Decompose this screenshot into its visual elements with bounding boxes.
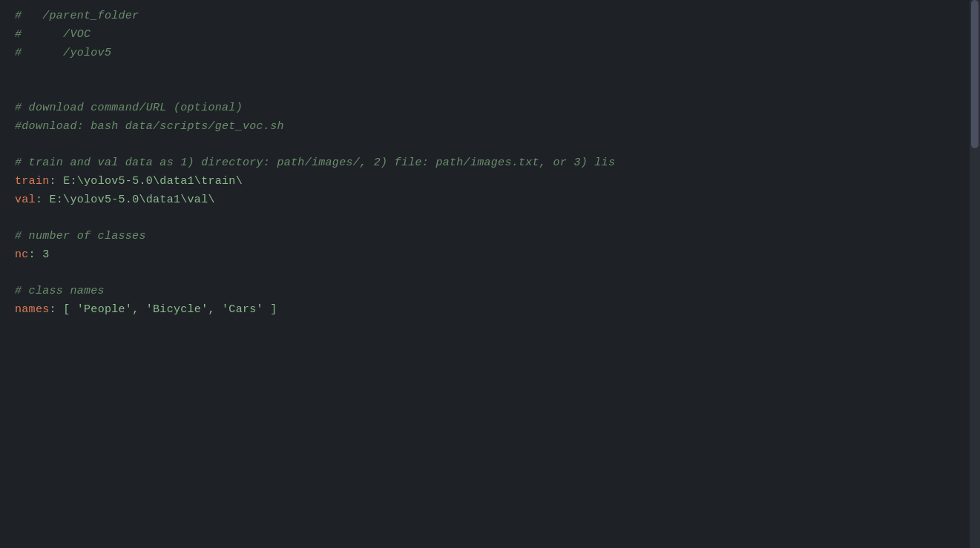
comment-text: #download: bash data/scripts/get_voc.sh bbox=[15, 120, 284, 133]
comment-text: # number of classes bbox=[15, 230, 146, 242]
comment-text: # /VOC bbox=[15, 28, 91, 41]
code-line: # /yolov5 bbox=[15, 44, 980, 63]
code-line: # /parent_folder bbox=[15, 7, 980, 26]
code-line: val: E:\yolov5-5.0\data1\val\ bbox=[15, 191, 980, 210]
separator-text: : bbox=[50, 175, 64, 188]
comment-text: # download command/URL (optional) bbox=[15, 102, 243, 114]
code-line: # /VOC bbox=[15, 26, 980, 44]
key-text: names bbox=[15, 303, 50, 316]
value-text: E:\yolov5-5.0\data1\val\ bbox=[50, 194, 215, 206]
separator-text: : bbox=[36, 194, 50, 206]
comment-text: # /yolov5 bbox=[15, 47, 111, 59]
code-line: names: [ 'People', 'Bicycle', 'Cars' ] bbox=[15, 301, 980, 320]
comment-text: # class names bbox=[15, 285, 105, 297]
scrollbar-thumb[interactable] bbox=[971, 0, 979, 148]
scrollbar[interactable] bbox=[970, 0, 980, 548]
value-text: [ 'People', 'Bicycle', 'Cars' ] bbox=[63, 303, 277, 316]
editor-container: # /parent_folder# /VOC# /yolov5 # downlo… bbox=[0, 0, 980, 548]
separator-text: : bbox=[50, 303, 64, 316]
code-line bbox=[15, 81, 980, 99]
key-text: nc bbox=[15, 248, 29, 261]
separator-text: : bbox=[29, 248, 43, 261]
key-text: val bbox=[15, 194, 36, 206]
code-line bbox=[15, 209, 980, 228]
value-text: E:\yolov5-5.0\data1\train\ bbox=[63, 175, 243, 188]
code-line: # download command/URL (optional) bbox=[15, 99, 980, 118]
code-line: train: E:\yolov5-5.0\data1\train\ bbox=[15, 173, 980, 191]
code-area: # /parent_folder# /VOC# /yolov5 # downlo… bbox=[0, 7, 980, 541]
code-line: nc: 3 bbox=[15, 246, 980, 265]
code-line bbox=[15, 62, 980, 81]
key-text: train bbox=[15, 175, 50, 188]
code-line: # number of classes bbox=[15, 228, 980, 246]
code-line bbox=[15, 265, 980, 283]
code-line: # train and val data as 1) directory: pa… bbox=[15, 154, 980, 173]
code-line: # class names bbox=[15, 283, 980, 301]
value-text: 3 bbox=[42, 248, 49, 261]
comment-text: # train and val data as 1) directory: pa… bbox=[15, 156, 615, 169]
code-line: #download: bash data/scripts/get_voc.sh bbox=[15, 118, 980, 136]
code-line bbox=[15, 136, 980, 154]
comment-text: # /parent_folder bbox=[15, 10, 139, 22]
